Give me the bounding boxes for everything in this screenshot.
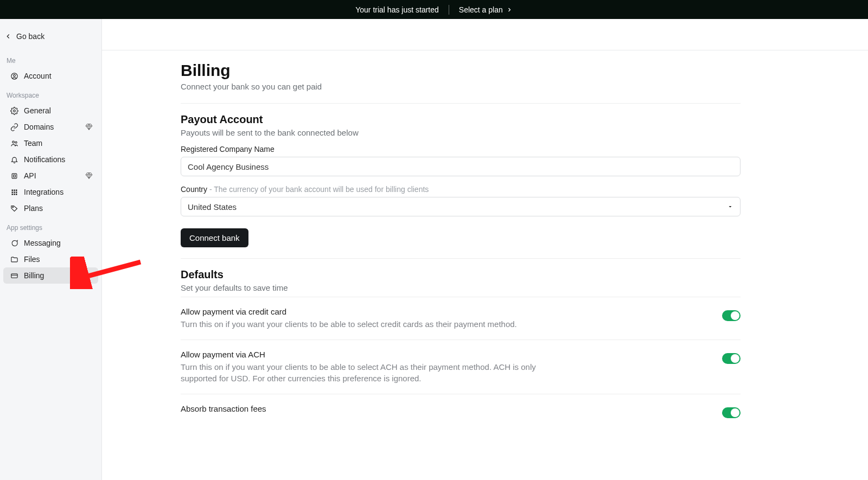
sidebar-item-label: Domains	[24, 123, 54, 131]
defaults-sub: Set your defaults to save time	[181, 283, 741, 292]
country-hint: - The currency of your bank account will…	[207, 185, 429, 194]
sidebar-item-messaging[interactable]: Messaging	[3, 235, 98, 251]
sidebar-item-integrations[interactable]: Integrations	[3, 184, 98, 200]
svg-rect-11	[14, 191, 15, 193]
setting-title: Allow payment via credit card	[181, 307, 517, 316]
setting-credit-card: Allow payment via credit card Turn this …	[181, 297, 741, 340]
svg-rect-10	[11, 191, 13, 193]
folder-icon	[10, 255, 18, 264]
select-plan-link[interactable]: Select a plan	[459, 5, 513, 14]
sidebar-item-team[interactable]: Team	[3, 135, 98, 151]
country-value: United States	[188, 202, 237, 212]
trial-banner: Your trial has just started Select a pla…	[0, 0, 868, 19]
svg-point-4	[15, 142, 17, 143]
setting-title: Absorb transaction fees	[181, 404, 266, 413]
sidebar-item-plans[interactable]: Plans	[3, 200, 98, 216]
sidebar-item-label: Notifications	[24, 155, 65, 164]
gear-icon	[10, 106, 18, 115]
payout-section: Payout Account Payouts will be sent to t…	[181, 104, 741, 258]
svg-rect-13	[11, 194, 13, 195]
setting-absorb-fees: Absorb transaction fees	[181, 394, 741, 418]
payout-heading: Payout Account	[181, 113, 741, 126]
setting-ach: Allow payment via ACH Turn this on if yo…	[181, 340, 741, 394]
country-label: Country - The currency of your bank acco…	[181, 185, 741, 194]
svg-rect-6	[13, 175, 15, 177]
svg-rect-12	[16, 191, 17, 193]
svg-rect-9	[16, 189, 17, 191]
page-subtitle: Connect your bank so you can get paid	[181, 82, 741, 91]
sidebar-item-label: General	[24, 106, 51, 115]
sidebar-item-label: Messaging	[24, 239, 61, 247]
svg-rect-14	[14, 194, 15, 195]
toggle-absorb-fees[interactable]	[722, 407, 741, 418]
sidebar-item-files[interactable]: Files	[3, 251, 98, 267]
defaults-section: Defaults Set your defaults to save time	[181, 259, 741, 292]
card-icon	[10, 271, 18, 280]
sidebar-item-label: Billing	[24, 271, 44, 280]
tag-icon	[10, 204, 18, 213]
svg-point-2	[13, 110, 15, 112]
go-back-link[interactable]: Go back	[0, 23, 101, 49]
link-icon	[10, 123, 18, 131]
diamond-icon	[85, 123, 93, 131]
section-app-label: App settings	[0, 216, 101, 235]
sidebar-item-api[interactable]: API	[3, 168, 98, 184]
caret-down-icon	[727, 203, 733, 210]
bell-icon	[10, 155, 18, 164]
page-title: Billing	[181, 61, 741, 80]
main-content: Billing Connect your bank so you can get…	[102, 19, 868, 480]
sidebar-item-label: Integrations	[24, 188, 63, 196]
connect-bank-button[interactable]: Connect bank	[181, 228, 248, 247]
defaults-heading: Defaults	[181, 268, 741, 281]
setting-desc: Turn this on if you want your clients to…	[181, 361, 571, 384]
svg-rect-7	[11, 189, 13, 191]
sidebar-item-label: Files	[24, 255, 40, 264]
grid-icon	[10, 188, 18, 196]
user-circle-icon	[10, 72, 18, 80]
select-plan-label: Select a plan	[459, 5, 503, 14]
sidebar-item-label: Plans	[24, 204, 43, 213]
toggle-ach[interactable]	[722, 353, 741, 364]
svg-rect-5	[12, 174, 17, 178]
setting-title: Allow payment via ACH	[181, 350, 571, 359]
svg-rect-17	[11, 273, 17, 278]
country-label-text: Country	[181, 185, 207, 194]
section-workspace-label: Workspace	[0, 84, 101, 103]
chevron-left-icon	[4, 33, 12, 40]
chat-icon	[10, 239, 18, 247]
sidebar-item-general[interactable]: General	[3, 103, 98, 119]
svg-point-16	[12, 206, 13, 207]
chevron-right-icon	[506, 7, 513, 13]
diamond-icon	[85, 172, 93, 180]
section-me-label: Me	[0, 49, 101, 68]
users-icon	[10, 139, 18, 148]
cube-icon	[10, 171, 18, 180]
svg-point-1	[13, 74, 15, 76]
sidebar-item-label: Team	[24, 139, 42, 148]
svg-rect-8	[14, 189, 15, 191]
setting-desc: Turn this on if you want your clients to…	[181, 318, 517, 330]
svg-rect-15	[16, 194, 17, 195]
company-name-label: Registered Company Name	[181, 145, 741, 153]
svg-point-3	[12, 141, 14, 143]
sidebar-item-label: API	[24, 171, 36, 180]
topbar	[102, 19, 868, 50]
payout-sub: Payouts will be sent to the bank connect…	[181, 128, 741, 137]
sidebar-item-domains[interactable]: Domains	[3, 119, 98, 135]
company-name-input[interactable]	[181, 157, 741, 176]
go-back-label: Go back	[16, 32, 44, 41]
trial-text: Your trial has just started	[355, 5, 439, 14]
toggle-credit-card[interactable]	[722, 310, 741, 321]
sidebar-item-billing[interactable]: Billing	[3, 267, 98, 284]
country-select[interactable]: United States	[181, 197, 741, 216]
sidebar-item-notifications[interactable]: Notifications	[3, 151, 98, 168]
sidebar: Go back Me Account Workspace General Dom…	[0, 19, 102, 480]
sidebar-item-account[interactable]: Account	[3, 68, 98, 84]
banner-divider	[449, 5, 449, 15]
sidebar-item-label: Account	[24, 72, 52, 80]
